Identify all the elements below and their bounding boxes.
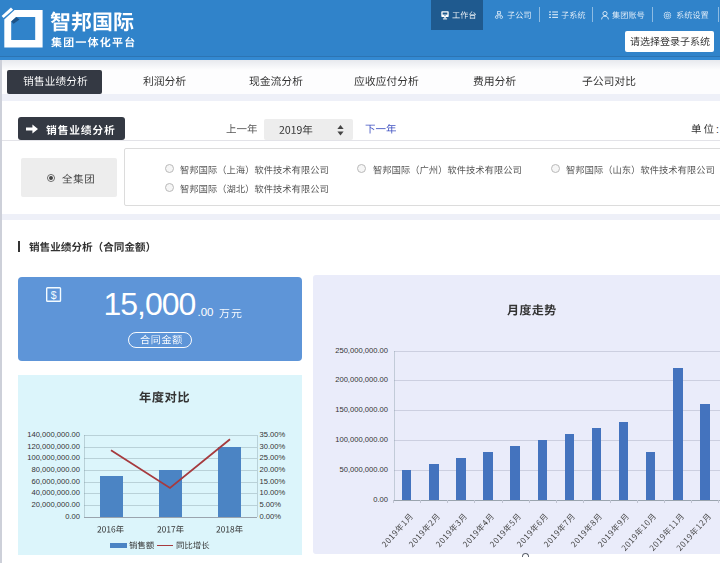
svg-text:$: $ [51, 290, 57, 301]
